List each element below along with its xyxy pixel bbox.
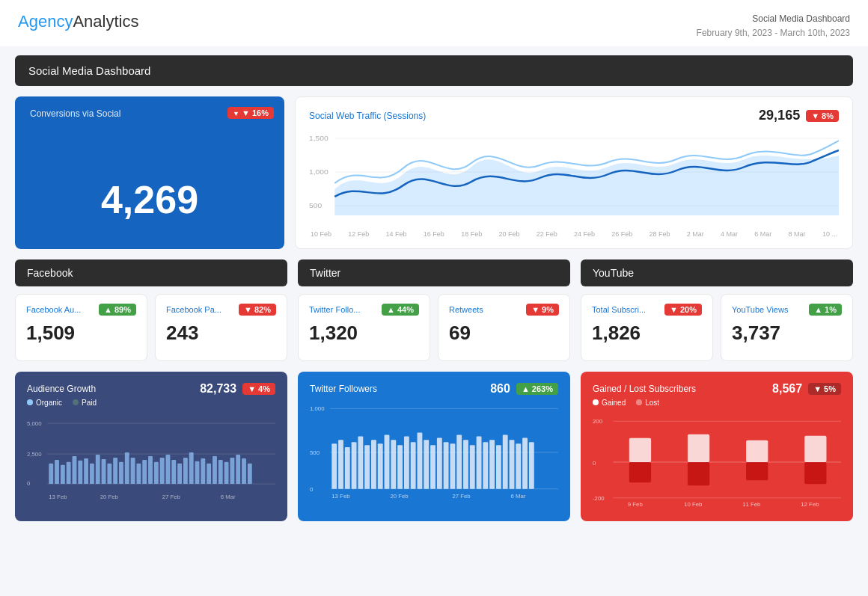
svg-rect-101 [804,436,826,462]
yt-label-1: YouTube Views [732,305,788,314]
svg-rect-22 [107,464,111,484]
svg-text:0: 0 [310,486,314,493]
svg-text:13 Feb: 13 Feb [331,494,350,500]
svg-rect-66 [391,440,396,489]
svg-rect-99 [688,434,709,462]
svg-rect-77 [463,440,468,489]
svg-rect-45 [242,458,246,484]
youtube-metric-1: YouTube Views ▲ 1% 3,737 [721,294,853,361]
svg-rect-103 [688,462,709,485]
tw-followers-value: 860 [490,382,510,396]
svg-rect-104 [746,462,768,480]
svg-rect-98 [629,438,651,462]
svg-rect-68 [404,437,409,489]
fb-label-1: Facebook Pa... [166,305,221,314]
svg-rect-63 [371,440,376,489]
audience-title: Audience Growth [27,384,96,394]
header-right: Social Media Dashboard February 9th, 202… [697,12,850,40]
svg-rect-27 [136,464,141,484]
traffic-badge: ▼ 8% [806,110,839,122]
svg-rect-43 [230,458,234,484]
legend-lost: Lost [636,399,659,407]
svg-rect-81 [489,440,495,489]
svg-text:13 Feb: 13 Feb [49,494,67,500]
svg-text:12 Feb: 12 Feb [801,501,819,508]
svg-rect-84 [510,440,515,489]
legend-gained: Gained [593,399,626,407]
svg-text:500: 500 [309,202,322,209]
svg-text:0: 0 [27,480,31,487]
svg-rect-32 [166,455,171,484]
svg-rect-20 [96,455,100,484]
svg-rect-36 [189,452,194,484]
traffic-card: Social Web Traffic (Sessions) 29,165 ▼ 8… [295,96,853,249]
tw-followers-title: Twitter Followers [310,384,377,394]
svg-rect-62 [364,446,370,490]
subscribers-card: Gained / Lost Subscribers 8,567 ▼ 5% Gai… [581,372,853,521]
twitter-metric-0: Twitter Follo... ▲ 44% 1,320 [298,294,430,361]
svg-text:2,500: 2,500 [27,451,42,458]
svg-text:1,000: 1,000 [309,168,328,176]
svg-rect-57 [331,444,337,490]
svg-rect-87 [529,443,534,489]
subscribers-badge: ▼ 5% [808,383,841,395]
svg-rect-33 [171,460,176,484]
svg-rect-59 [345,447,350,489]
svg-rect-19 [90,464,94,484]
svg-rect-42 [224,462,229,484]
svg-text:20 Feb: 20 Feb [100,494,119,500]
svg-rect-65 [385,435,390,489]
subscribers-value: 8,567 [772,382,802,396]
svg-rect-74 [444,443,449,489]
svg-rect-75 [450,444,455,490]
svg-rect-38 [201,458,205,484]
svg-text:200: 200 [593,419,603,426]
date-range: February 9th, 2023 - March 10th, 2023 [697,26,850,40]
svg-text:0: 0 [593,460,596,467]
svg-rect-76 [456,435,462,489]
svg-rect-14 [61,465,65,484]
svg-rect-29 [148,456,153,484]
fb-value-1: 243 [166,322,276,345]
audience-badge: ▼ 4% [242,383,275,395]
svg-rect-71 [424,440,429,489]
svg-rect-16 [73,456,77,484]
audience-value: 82,733 [200,382,236,396]
svg-rect-61 [358,437,363,489]
facebook-metric-1: Facebook Pa... ▼ 82% 243 [155,294,287,361]
fb-value-0: 1,509 [26,322,136,345]
svg-text:27 Feb: 27 Feb [452,494,471,500]
fb-label-0: Facebook Au... [26,305,81,314]
twitter-followers-card: Twitter Followers 860 ▲ 263% 1,000 500 0 [298,372,570,521]
twitter-header: Twitter [298,259,570,286]
svg-text:11 Feb: 11 Feb [742,501,761,508]
svg-rect-41 [218,460,223,484]
svg-rect-86 [522,438,528,489]
svg-rect-24 [119,462,123,484]
svg-text:1,500: 1,500 [309,135,328,142]
tw-label-0: Twitter Follo... [309,305,360,314]
fb-badge-0: ▲ 89% [99,304,136,316]
traffic-chart: 1,500 1,000 500 10 Feb12 Feb14 Feb16 Feb… [309,129,839,238]
svg-rect-64 [378,444,383,490]
report-title: Social Media Dashboard [697,12,850,26]
svg-rect-102 [629,462,651,482]
svg-text:1,000: 1,000 [310,406,325,413]
svg-rect-60 [352,443,357,489]
conversions-card: Conversions via Social ▼ 16% 4,269 [15,96,284,249]
tw-value-0: 1,320 [309,322,419,345]
svg-rect-79 [477,437,482,489]
svg-text:5,000: 5,000 [27,420,42,427]
svg-text:-200: -200 [593,495,605,502]
svg-rect-40 [213,456,217,484]
svg-rect-12 [49,464,53,484]
facebook-section: Facebook Facebook Au... ▲ 89% 1,509 Face… [15,259,287,361]
svg-text:500: 500 [310,449,320,456]
traffic-title: Social Web Traffic (Sessions) [309,111,426,121]
tw-followers-badge: ▲ 263% [516,383,558,395]
twitter-section: Twitter Twitter Follo... ▲ 44% 1,320 Ret… [298,259,570,361]
svg-rect-69 [411,443,416,489]
traffic-value: 29,165 [759,108,800,123]
svg-rect-83 [503,435,508,489]
top-header: AgencyAnalytics Social Media Dashboard F… [0,0,868,46]
